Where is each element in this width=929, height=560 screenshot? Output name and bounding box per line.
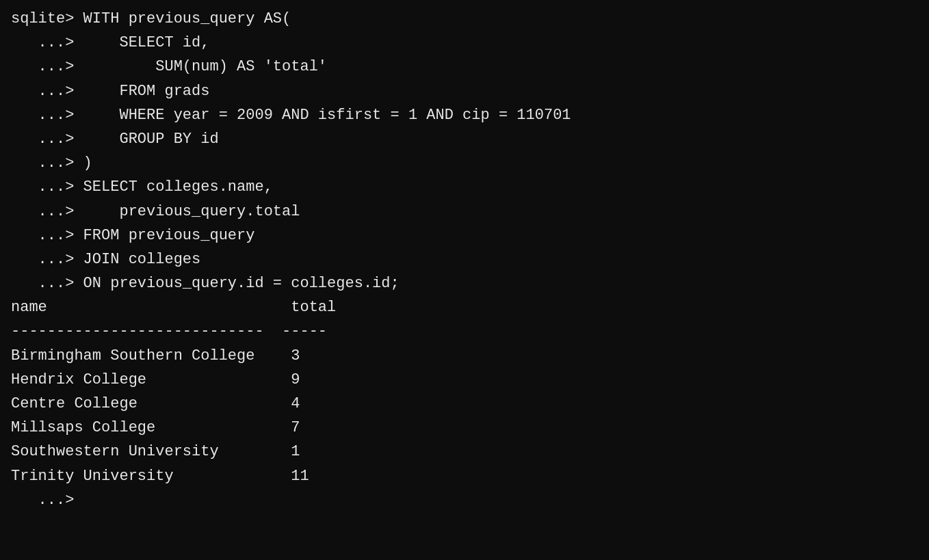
result-divider: ---------------------------- ----- — [11, 319, 918, 343]
sql-line-11: ...> JOIN colleges — [11, 248, 918, 271]
footer-partial: ...> — [11, 488, 918, 512]
sql-line-4: ...> FROM grads — [11, 79, 918, 103]
sql-line-7: ...> ) — [11, 151, 918, 175]
terminal-window: sqlite> WITH previous_query AS( ...> SEL… — [0, 0, 929, 560]
sql-line-9: ...> previous_query.total — [11, 200, 918, 224]
result-row-4: Millsaps College 7 — [11, 416, 918, 440]
result-row-3: Centre College 4 — [11, 392, 918, 416]
sql-line-12: ...> ON previous_query.id = colleges.id; — [11, 271, 918, 295]
sql-line-3: ...> SUM(num) AS 'total' — [11, 55, 918, 79]
sql-line-5: ...> WHERE year = 2009 AND isfirst = 1 A… — [11, 103, 918, 127]
sql-line-10: ...> FROM previous_query — [11, 224, 918, 248]
result-row-5: Southwestern University 1 — [11, 440, 918, 464]
sql-line-8: ...> SELECT colleges.name, — [11, 175, 918, 199]
result-row-2: Hendrix College 9 — [11, 368, 918, 392]
sql-line-2: ...> SELECT id, — [11, 31, 918, 55]
sql-line-1: sqlite> WITH previous_query AS( — [11, 7, 918, 31]
result-row-6: Trinity University 11 — [11, 464, 918, 488]
result-row-1: Birmingham Southern College 3 — [11, 344, 918, 368]
result-header-row: name total — [11, 295, 918, 319]
sql-line-6: ...> GROUP BY id — [11, 127, 918, 151]
